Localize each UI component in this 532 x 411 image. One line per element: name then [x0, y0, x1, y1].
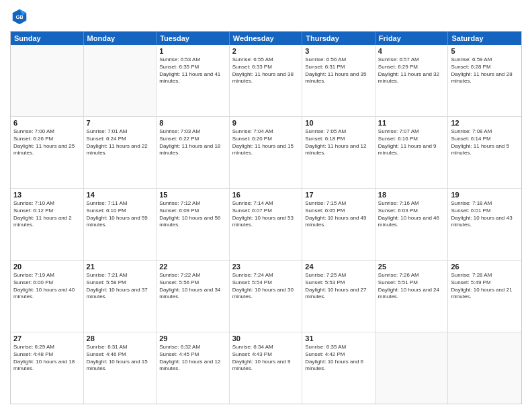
- day-number: 9: [232, 119, 300, 127]
- calendar-cell: 5Sunrise: 6:59 AM Sunset: 6:28 PM Daylig…: [448, 45, 521, 116]
- calendar-cell: 20Sunrise: 7:19 AM Sunset: 6:00 PM Dayli…: [11, 261, 84, 332]
- cell-info: Sunrise: 7:08 AM Sunset: 6:14 PM Dayligh…: [451, 128, 519, 157]
- day-number: 6: [13, 119, 81, 127]
- day-number: 22: [159, 263, 226, 271]
- cell-info: Sunrise: 7:28 AM Sunset: 5:49 PM Dayligh…: [451, 272, 519, 301]
- svg-text:GB: GB: [15, 14, 24, 20]
- day-number: 25: [378, 263, 445, 271]
- cell-info: Sunrise: 7:25 AM Sunset: 5:53 PM Dayligh…: [305, 272, 372, 301]
- day-number: 8: [159, 119, 226, 127]
- cell-info: Sunrise: 7:14 AM Sunset: 6:07 PM Dayligh…: [232, 200, 300, 229]
- calendar-cell: [448, 332, 521, 404]
- logo: GB: [10, 7, 32, 26]
- calendar-cell: 31Sunrise: 6:35 AM Sunset: 4:42 PM Dayli…: [302, 332, 375, 404]
- cell-info: Sunrise: 7:18 AM Sunset: 6:01 PM Dayligh…: [451, 200, 519, 229]
- calendar-cell: 4Sunrise: 6:57 AM Sunset: 6:29 PM Daylig…: [375, 45, 449, 116]
- day-number: 29: [159, 334, 226, 342]
- calendar-row-2: 6Sunrise: 7:00 AM Sunset: 6:26 PM Daylig…: [11, 117, 521, 189]
- calendar-cell: 30Sunrise: 6:34 AM Sunset: 4:43 PM Dayli…: [230, 332, 303, 404]
- calendar-cell: 9Sunrise: 7:04 AM Sunset: 6:20 PM Daylig…: [230, 117, 303, 188]
- day-number: 4: [378, 47, 445, 55]
- calendar-cell: 13Sunrise: 7:10 AM Sunset: 6:12 PM Dayli…: [11, 189, 84, 260]
- page-header: GB: [10, 7, 522, 26]
- calendar-cell: 1Sunrise: 6:53 AM Sunset: 6:35 PM Daylig…: [157, 45, 230, 116]
- day-number: 30: [232, 334, 300, 342]
- cell-info: Sunrise: 6:31 AM Sunset: 4:46 PM Dayligh…: [87, 344, 154, 373]
- day-number: 23: [232, 263, 300, 271]
- day-number: 1: [159, 47, 226, 55]
- day-number: 20: [13, 263, 81, 271]
- weekday-header-wednesday: Wednesday: [230, 32, 303, 45]
- calendar-row-3: 13Sunrise: 7:10 AM Sunset: 6:12 PM Dayli…: [11, 189, 521, 261]
- day-number: 28: [87, 334, 154, 342]
- calendar-cell: 10Sunrise: 7:05 AM Sunset: 6:18 PM Dayli…: [302, 117, 375, 188]
- day-number: 14: [87, 191, 154, 199]
- calendar-cell: 14Sunrise: 7:11 AM Sunset: 6:10 PM Dayli…: [84, 189, 157, 260]
- calendar-cell: 2Sunrise: 6:55 AM Sunset: 6:33 PM Daylig…: [230, 45, 303, 116]
- weekday-header-monday: Monday: [84, 32, 157, 45]
- calendar-cell: 24Sunrise: 7:25 AM Sunset: 5:53 PM Dayli…: [302, 261, 375, 332]
- cell-info: Sunrise: 7:11 AM Sunset: 6:10 PM Dayligh…: [87, 200, 154, 229]
- cell-info: Sunrise: 7:24 AM Sunset: 5:54 PM Dayligh…: [232, 272, 300, 301]
- calendar: SundayMondayTuesdayWednesdayThursdayFrid…: [10, 31, 522, 404]
- calendar-cell: 28Sunrise: 6:31 AM Sunset: 4:46 PM Dayli…: [84, 332, 157, 404]
- calendar-cell: 6Sunrise: 7:00 AM Sunset: 6:26 PM Daylig…: [11, 117, 84, 188]
- day-number: 15: [159, 191, 226, 199]
- calendar-cell: [84, 45, 157, 116]
- weekday-header-tuesday: Tuesday: [157, 32, 230, 45]
- calendar-cell: 29Sunrise: 6:32 AM Sunset: 4:45 PM Dayli…: [157, 332, 230, 404]
- calendar-cell: 11Sunrise: 7:07 AM Sunset: 6:16 PM Dayli…: [375, 117, 449, 188]
- cell-info: Sunrise: 7:21 AM Sunset: 5:58 PM Dayligh…: [87, 272, 154, 301]
- cell-info: Sunrise: 7:05 AM Sunset: 6:18 PM Dayligh…: [305, 128, 372, 157]
- cell-info: Sunrise: 7:12 AM Sunset: 6:09 PM Dayligh…: [159, 200, 226, 229]
- cell-info: Sunrise: 7:16 AM Sunset: 6:03 PM Dayligh…: [378, 200, 445, 229]
- calendar-cell: 15Sunrise: 7:12 AM Sunset: 6:09 PM Dayli…: [157, 189, 230, 260]
- cell-info: Sunrise: 7:15 AM Sunset: 6:05 PM Dayligh…: [305, 200, 372, 229]
- cell-info: Sunrise: 7:04 AM Sunset: 6:20 PM Dayligh…: [232, 128, 300, 157]
- calendar-cell: [11, 45, 84, 116]
- weekday-header-sunday: Sunday: [11, 32, 84, 45]
- calendar-cell: 19Sunrise: 7:18 AM Sunset: 6:01 PM Dayli…: [448, 189, 521, 260]
- calendar-row-1: 1Sunrise: 6:53 AM Sunset: 6:35 PM Daylig…: [11, 45, 521, 117]
- cell-info: Sunrise: 7:19 AM Sunset: 6:00 PM Dayligh…: [13, 272, 81, 301]
- day-number: 7: [87, 119, 154, 127]
- calendar-cell: 21Sunrise: 7:21 AM Sunset: 5:58 PM Dayli…: [84, 261, 157, 332]
- cell-info: Sunrise: 6:55 AM Sunset: 6:33 PM Dayligh…: [232, 56, 300, 85]
- calendar-cell: 18Sunrise: 7:16 AM Sunset: 6:03 PM Dayli…: [375, 189, 449, 260]
- calendar-cell: 17Sunrise: 7:15 AM Sunset: 6:05 PM Dayli…: [302, 189, 375, 260]
- cell-info: Sunrise: 6:29 AM Sunset: 4:48 PM Dayligh…: [13, 344, 81, 373]
- calendar-cell: 3Sunrise: 6:56 AM Sunset: 6:31 PM Daylig…: [302, 45, 375, 116]
- day-number: 18: [378, 191, 445, 199]
- calendar-cell: 26Sunrise: 7:28 AM Sunset: 5:49 PM Dayli…: [448, 261, 521, 332]
- day-number: 31: [305, 334, 372, 342]
- logo-icon: GB: [10, 7, 29, 26]
- day-number: 11: [378, 119, 445, 127]
- calendar-cell: 27Sunrise: 6:29 AM Sunset: 4:48 PM Dayli…: [11, 332, 84, 404]
- calendar-cell: 23Sunrise: 7:24 AM Sunset: 5:54 PM Dayli…: [230, 261, 303, 332]
- calendar-row-5: 27Sunrise: 6:29 AM Sunset: 4:48 PM Dayli…: [11, 332, 521, 404]
- cell-info: Sunrise: 7:10 AM Sunset: 6:12 PM Dayligh…: [13, 200, 81, 229]
- calendar-cell: 16Sunrise: 7:14 AM Sunset: 6:07 PM Dayli…: [230, 189, 303, 260]
- day-number: 5: [451, 47, 519, 55]
- day-number: 21: [87, 263, 154, 271]
- cell-info: Sunrise: 7:07 AM Sunset: 6:16 PM Dayligh…: [378, 128, 445, 157]
- day-number: 12: [451, 119, 519, 127]
- calendar-cell: [375, 332, 449, 404]
- weekday-header-friday: Friday: [375, 32, 449, 45]
- day-number: 10: [305, 119, 372, 127]
- cell-info: Sunrise: 6:53 AM Sunset: 6:35 PM Dayligh…: [159, 56, 226, 85]
- day-number: 13: [13, 191, 81, 199]
- cell-info: Sunrise: 6:57 AM Sunset: 6:29 PM Dayligh…: [378, 56, 445, 85]
- weekday-header-saturday: Saturday: [448, 32, 521, 45]
- day-number: 19: [451, 191, 519, 199]
- cell-info: Sunrise: 6:32 AM Sunset: 4:45 PM Dayligh…: [159, 344, 226, 373]
- calendar-body: 1Sunrise: 6:53 AM Sunset: 6:35 PM Daylig…: [11, 45, 521, 404]
- cell-info: Sunrise: 6:59 AM Sunset: 6:28 PM Dayligh…: [451, 56, 519, 85]
- cell-info: Sunrise: 7:03 AM Sunset: 6:22 PM Dayligh…: [159, 128, 226, 157]
- cell-info: Sunrise: 6:35 AM Sunset: 4:42 PM Dayligh…: [305, 344, 372, 373]
- day-number: 26: [451, 263, 519, 271]
- day-number: 3: [305, 47, 372, 55]
- calendar-header: SundayMondayTuesdayWednesdayThursdayFrid…: [11, 32, 521, 45]
- cell-info: Sunrise: 6:34 AM Sunset: 4:43 PM Dayligh…: [232, 344, 300, 373]
- calendar-row-4: 20Sunrise: 7:19 AM Sunset: 6:00 PM Dayli…: [11, 261, 521, 332]
